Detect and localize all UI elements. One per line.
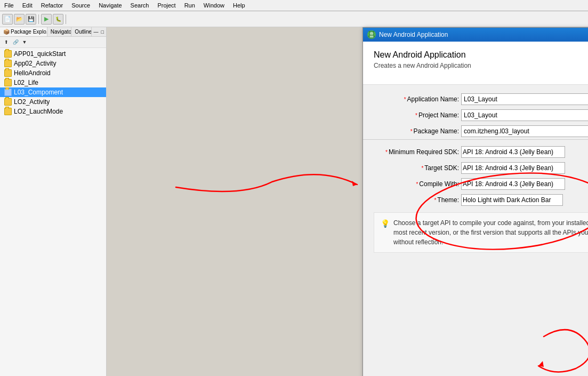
folder-icon-lo2activity [4, 98, 12, 106]
menu-icon[interactable]: ▼ [20, 38, 29, 46]
menu-run[interactable]: Run [182, 1, 197, 10]
project-label-hello: HelloAndroid [14, 69, 51, 77]
run-button[interactable]: ▶ [41, 14, 52, 25]
sidebar-toolbar: ⬆ 🔗 ▼ [0, 37, 106, 48]
theme-row: *Theme: Holo Light with Dark Action Bar … [374, 194, 588, 206]
menu-navigate[interactable]: Navigate [96, 1, 124, 10]
main-area: 📦 Package Explo... ✕ Navigator Outline —… [0, 27, 588, 376]
dialog-header-text: New Android Application Creates a new An… [374, 50, 471, 69]
project-item-l02life[interactable]: L02_Life [0, 78, 106, 87]
dialog-form-top: *Application Name: *Project Name: *Packa… [363, 85, 588, 139]
navigator-label: Navigator [51, 29, 72, 35]
folder-icon-l03comp [4, 89, 12, 96]
theme-select[interactable]: Holo Light with Dark Action Bar [461, 194, 563, 206]
project-item-app01[interactable]: APP01_quickStart [0, 49, 106, 59]
theme-required: * [434, 197, 436, 203]
min-sdk-required: * [385, 149, 388, 155]
project-name-row: *Project Name: [374, 109, 588, 121]
project-item-hello[interactable]: HelloAndroid [0, 68, 106, 78]
sep2 [66, 14, 66, 24]
menu-edit[interactable]: Edit [20, 1, 35, 10]
project-name-required: * [415, 113, 417, 118]
min-sdk-wrapper: API 18: Android 4.3 (Jelly Bean) ▼ [461, 146, 588, 158]
new-button[interactable]: 📄 [2, 14, 13, 25]
target-sdk-row: *Target SDK: API 18: Android 4.3 (Jelly … [374, 162, 588, 174]
dialog-header-title: New Android Application [374, 50, 471, 60]
sidebar-tab-bar: 📦 Package Explo... ✕ Navigator Outline —… [0, 27, 106, 37]
app-name-required: * [404, 97, 406, 102]
info-icon: 💡 [381, 218, 389, 227]
menu-source[interactable]: Source [69, 1, 92, 10]
project-label-lo2activity: LO2_Activity [14, 98, 50, 106]
dialog-title: New Android Application [379, 31, 588, 38]
project-item-l03comp[interactable]: L03_Compoment [0, 87, 106, 97]
info-box: 💡 Choose a target API to compile your co… [374, 212, 588, 253]
menu-file[interactable]: File [2, 1, 16, 10]
svg-line-2 [373, 31, 374, 32]
menu-project[interactable]: Project [155, 1, 178, 10]
folder-icon-lo2launch [4, 108, 12, 115]
sidebar: 📦 Package Explo... ✕ Navigator Outline —… [0, 27, 107, 376]
menu-search[interactable]: Search [128, 1, 151, 10]
tab-outline[interactable]: Outline [71, 27, 91, 36]
app-name-label: *Application Name: [374, 95, 459, 103]
project-name-label: *Project Name: [374, 111, 459, 119]
package-name-input[interactable] [461, 125, 588, 137]
package-explorer-label: Package Explo... [11, 29, 47, 35]
svg-marker-21 [352, 181, 357, 186]
project-item-app02[interactable]: App02_Activity [0, 59, 106, 68]
open-button[interactable]: 📂 [14, 14, 25, 25]
link-with-editor-icon[interactable]: 🔗 [11, 38, 20, 46]
folder-icon-l02life [4, 79, 12, 86]
menubar: File Edit Refactor Source Navigate Searc… [0, 0, 588, 11]
min-sdk-row: *Minimum Required SDK: API 18: Android 4… [374, 146, 588, 158]
project-label-lo2launch: LO2_LauchMode [14, 108, 63, 115]
save-button[interactable]: 💾 [26, 14, 36, 25]
menu-window[interactable]: Window [202, 1, 227, 10]
compile-with-label: *Compile With: [374, 180, 459, 188]
info-text: Choose a target API to compile your code… [393, 218, 588, 247]
collapse-all-icon[interactable]: ⬆ [2, 38, 11, 46]
sep1 [38, 14, 39, 24]
package-name-required: * [410, 129, 413, 134]
project-name-input[interactable] [461, 109, 588, 121]
target-sdk-label: *Target SDK: [374, 164, 459, 172]
menu-help[interactable]: Help [231, 1, 247, 10]
target-sdk-select[interactable]: API 18: Android 4.3 (Jelly Bean) [461, 162, 565, 174]
min-sdk-select[interactable]: API 18: Android 4.3 (Jelly Bean) [461, 146, 565, 158]
app-name-row: *Application Name: [374, 93, 588, 105]
maximize-panel-icon[interactable]: □ [100, 29, 105, 35]
project-item-lo2activity[interactable]: LO2_Activity [0, 97, 106, 107]
watermark: https://blog.csdn.net/qq_41479703/ [363, 370, 588, 376]
project-item-lo2launch[interactable]: LO2_LauchMode [0, 107, 106, 116]
folder-icon-app02 [4, 60, 12, 67]
theme-label: *Theme: [374, 196, 459, 204]
app-name-input[interactable] [461, 93, 588, 105]
dialog-titlebar: New Android Application □ ✕ [363, 28, 588, 42]
package-name-label: *Package Name: [374, 127, 459, 135]
folder-icon-app01 [4, 50, 12, 58]
tab-package-explorer[interactable]: 📦 Package Explo... ✕ [0, 27, 47, 36]
project-label-app02: App02_Activity [14, 60, 56, 67]
menu-refactor[interactable]: Refactor [39, 1, 66, 10]
compile-with-select[interactable]: API 18: Android 4.3 (Jelly Bean) [461, 178, 565, 190]
compile-with-required: * [416, 181, 418, 187]
dialog-spacer [363, 257, 588, 370]
svg-rect-3 [369, 35, 374, 38]
project-list: APP01_quickStart App02_Activity HelloAnd… [0, 48, 106, 376]
dialog-header: New Android Application Creates a new An… [363, 42, 588, 85]
package-explorer-icon: 📦 [3, 29, 10, 35]
theme-wrapper: Holo Light with Dark Action Bar ▼ [461, 194, 588, 206]
project-label-l02life: L02_Life [14, 79, 38, 86]
minimize-panel-icon[interactable]: — [93, 29, 100, 35]
dialog-form-dropdowns: *Minimum Required SDK: API 18: Android 4… [363, 140, 588, 208]
tab-navigator[interactable]: Navigator [47, 27, 72, 36]
dialog-header-subtitle: Creates a new Android Application [374, 62, 471, 69]
dialog-app-icon [367, 30, 376, 39]
min-sdk-label: *Minimum Required SDK: [374, 148, 459, 156]
toolbar: 📄 📂 💾 ▶ 🐛 [0, 11, 588, 27]
target-sdk-required: * [421, 165, 423, 171]
outline-label: Outline [75, 29, 91, 35]
debug-button[interactable]: 🐛 [53, 14, 63, 25]
target-sdk-wrapper: API 18: Android 4.3 (Jelly Bean) ▼ [461, 162, 588, 174]
